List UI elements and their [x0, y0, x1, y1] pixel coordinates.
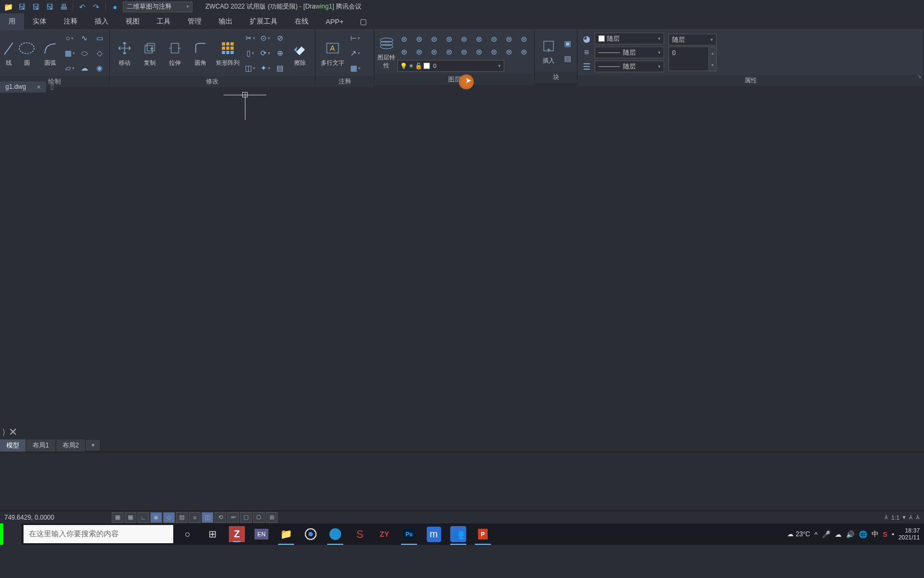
panel-expand-icon[interactable]: ↘	[917, 73, 921, 79]
linetype-dropdown[interactable]: 随层	[595, 60, 664, 72]
menu-app-plus[interactable]: APP+	[317, 14, 352, 29]
layer-tool-icon[interactable]: ⊜	[427, 46, 441, 58]
save-icon[interactable]: 🖫	[16, 2, 28, 12]
osnap-toggle[interactable]: ◇	[163, 512, 175, 523]
copy-button[interactable]: + 复制	[138, 34, 161, 72]
mtext-button[interactable]: A 多行文字	[319, 34, 346, 72]
status-extra-icon[interactable]: ⅄	[909, 514, 913, 521]
sogou-icon[interactable]: S	[883, 530, 888, 538]
redo-icon[interactable]: ↷	[90, 2, 102, 12]
close-icon[interactable]: ×	[37, 83, 41, 91]
file-tab-active[interactable]: g1.dwg ×	[0, 81, 46, 93]
menu-default[interactable]: 用	[0, 13, 24, 29]
spline-button[interactable]: ∿	[78, 32, 91, 44]
cloud-button[interactable]: ☁	[78, 62, 91, 74]
dim-linear-button[interactable]: ⊢	[349, 32, 361, 44]
join-button[interactable]: ⊕	[274, 47, 287, 59]
tab-layout2[interactable]: 布局2	[56, 439, 86, 452]
cycle-toggle[interactable]: ⟲	[214, 512, 226, 523]
app-s-icon[interactable]: S	[348, 523, 372, 545]
menu-online[interactable]: 在线	[286, 13, 317, 29]
transparency-input[interactable]: 0 ▲▼	[668, 47, 717, 71]
menu-view[interactable]: 视图	[117, 13, 148, 29]
menu-annotate[interactable]: 注释	[55, 13, 86, 29]
chrome-icon[interactable]	[298, 523, 323, 545]
line-button[interactable]: 线	[3, 34, 14, 72]
menu-manage[interactable]: 管理	[179, 13, 210, 29]
offset-button[interactable]: ⊙	[259, 32, 272, 44]
tab-model[interactable]: 模型	[0, 439, 26, 452]
menu-extend[interactable]: 扩展工具	[241, 13, 286, 29]
network-icon[interactable]: 🌐	[859, 530, 867, 538]
align-button[interactable]: ▤	[274, 62, 287, 74]
layer-tool-icon[interactable]: ⊜	[442, 46, 456, 58]
spinner[interactable]: ▲▼	[709, 47, 716, 71]
insert-block-button[interactable]: 插入	[538, 32, 559, 70]
help-icon[interactable]: ●	[109, 2, 121, 12]
layer-tool-icon[interactable]: ⊜	[457, 33, 471, 45]
menu-solid[interactable]: 实体	[24, 13, 55, 29]
fillet-button[interactable]: 圆角	[189, 34, 212, 72]
ortho-toggle[interactable]: ∟	[137, 512, 149, 523]
table-button[interactable]: ▦	[349, 62, 361, 74]
app-zy-icon[interactable]: ZY	[372, 523, 397, 545]
powerpoint-icon[interactable]: P	[471, 523, 495, 545]
linetype-icon[interactable]: ☰	[581, 60, 592, 72]
ellipse-button[interactable]: ○	[63, 32, 76, 44]
dot-icon[interactable]: •	[892, 530, 895, 538]
snap-toggle[interactable]: ▦	[125, 512, 136, 523]
lineweight-dropdown[interactable]: 随层	[595, 47, 664, 58]
layer-tool-icon[interactable]: ⊜	[487, 46, 501, 58]
app-z-icon[interactable]: Z	[229, 526, 245, 542]
layer-tool-icon[interactable]: ⊜	[472, 33, 486, 45]
volume-icon[interactable]: 🔊	[846, 530, 854, 538]
layer-tool-icon[interactable]: ⊜	[412, 46, 426, 58]
scale-button[interactable]: ◫	[244, 62, 257, 74]
arc-button[interactable]: 圆弧	[40, 34, 61, 72]
app-en-icon[interactable]: EN	[249, 523, 274, 545]
erase-button[interactable]: 擦除	[289, 34, 312, 72]
weather-widget[interactable]: ☁ 23°C	[787, 530, 810, 538]
break-button[interactable]: ⊘	[274, 32, 287, 44]
ribbon-minimize-icon[interactable]: ▢	[356, 15, 371, 28]
layer-tool-icon[interactable]: ⊜	[472, 46, 486, 58]
donut-button[interactable]: ◉	[93, 62, 106, 74]
scale-label[interactable]: 1:1	[891, 514, 899, 521]
anno-toggle[interactable]: ⬡	[253, 512, 265, 523]
layer-dropdown[interactable]: 💡 ☀ 🔓 0	[397, 60, 504, 72]
block-create-button[interactable]: ▣	[561, 37, 574, 49]
polygon-button[interactable]: ▱	[63, 62, 76, 74]
lwt-toggle[interactable]: ≡	[189, 512, 201, 523]
x-icon[interactable]: ✕	[9, 425, 18, 438]
task-view-icon[interactable]: ⊞	[200, 523, 225, 545]
tab-add[interactable]: +	[86, 440, 101, 451]
menu-insert[interactable]: 插入	[86, 13, 117, 29]
polar-toggle[interactable]: ◉	[150, 512, 162, 523]
grid-toggle[interactable]: ▦	[112, 512, 124, 523]
circle-button[interactable]: 圆	[16, 34, 37, 72]
layer-tool-icon[interactable]: ⊜	[502, 33, 516, 45]
new-tab-button[interactable]: ▯	[46, 81, 58, 92]
mic-icon[interactable]: 🎤	[822, 530, 830, 538]
workspace-dropdown[interactable]: 二维草图与注释	[123, 2, 192, 12]
ellipse2-button[interactable]: ⬭	[78, 47, 91, 59]
drawing-canvas[interactable]: ➤	[0, 93, 924, 425]
anno-scale-icon[interactable]: ⅄	[884, 514, 888, 521]
ime-label[interactable]: 中	[872, 529, 879, 539]
layer-tool-icon[interactable]: ⊜	[517, 46, 531, 58]
qp-toggle[interactable]: ≕	[227, 512, 239, 523]
otrack-toggle[interactable]: ▨	[176, 512, 188, 523]
plotstyle-dropdown[interactable]: 随层	[668, 34, 717, 45]
file-explorer-icon[interactable]: 📁	[274, 523, 298, 545]
menu-tools[interactable]: 工具	[148, 13, 179, 29]
mirror-button[interactable]: ▯	[244, 47, 257, 59]
start-area[interactable]	[0, 523, 21, 545]
print-icon[interactable]: 🖶	[58, 2, 70, 12]
undo-icon[interactable]: ↶	[76, 2, 88, 12]
block-edit-button[interactable]: ▤	[561, 52, 574, 64]
photoshop-icon[interactable]: Ps	[397, 523, 421, 545]
app-m-icon[interactable]: m	[421, 523, 446, 545]
array-button[interactable]: 矩形阵列	[214, 34, 241, 72]
cloud-sync-icon[interactable]: ☁	[835, 530, 842, 538]
arrow-icon[interactable]: ⟩	[2, 427, 5, 437]
